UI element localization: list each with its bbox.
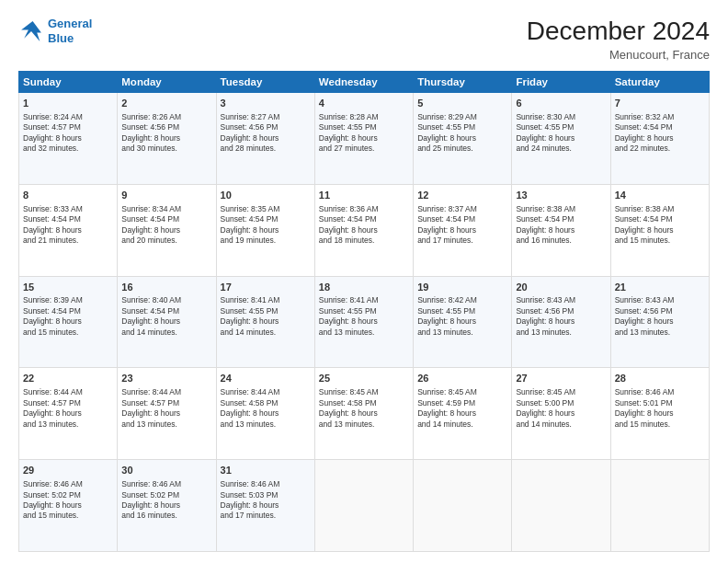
day-number: 13 bbox=[516, 189, 606, 202]
day-info-line: Sunset: 4:58 PM bbox=[221, 398, 311, 408]
day-number: 29 bbox=[23, 464, 113, 477]
day-info-line: Sunrise: 8:44 AM bbox=[221, 387, 311, 397]
day-info-line: Daylight: 8 hours bbox=[319, 225, 409, 236]
day-info-line: Sunrise: 8:34 AM bbox=[121, 204, 211, 214]
day-info-line: and 13 minutes. bbox=[23, 419, 113, 430]
day-info-line: and 27 minutes. bbox=[319, 144, 409, 154]
day-info-line: Sunset: 4:54 PM bbox=[121, 214, 211, 224]
day-info-line: Sunset: 4:54 PM bbox=[615, 122, 705, 132]
day-info-line: Daylight: 8 hours bbox=[121, 225, 211, 236]
svg-marker-0 bbox=[21, 21, 41, 41]
day-info-line: Daylight: 8 hours bbox=[417, 133, 507, 144]
day-info-line: Sunrise: 8:46 AM bbox=[221, 479, 311, 489]
day-number: 26 bbox=[417, 372, 507, 385]
day-info-line: and 30 minutes. bbox=[121, 144, 211, 154]
day-cell: 20Sunrise: 8:43 AMSunset: 4:56 PMDayligh… bbox=[512, 276, 610, 368]
day-info-line: and 16 minutes. bbox=[516, 236, 606, 246]
day-cell: 21Sunrise: 8:43 AMSunset: 4:56 PMDayligh… bbox=[610, 276, 709, 368]
day-info-line: Sunset: 4:59 PM bbox=[417, 398, 507, 408]
day-number: 31 bbox=[221, 464, 311, 477]
logo: General Blue bbox=[18, 17, 92, 45]
day-info-line: Sunset: 4:55 PM bbox=[417, 122, 507, 132]
day-number: 7 bbox=[615, 97, 705, 110]
day-cell: 11Sunrise: 8:36 AMSunset: 4:54 PMDayligh… bbox=[314, 184, 413, 276]
day-cell: 3Sunrise: 8:27 AMSunset: 4:56 PMDaylight… bbox=[216, 93, 314, 185]
day-cell: 9Sunrise: 8:34 AMSunset: 4:54 PMDaylight… bbox=[118, 184, 216, 276]
day-info-line: Daylight: 8 hours bbox=[121, 133, 211, 144]
day-info-line: and 21 minutes. bbox=[23, 236, 113, 246]
day-info-line: Sunrise: 8:27 AM bbox=[221, 112, 311, 122]
day-info-line: Daylight: 8 hours bbox=[23, 500, 113, 511]
day-info-line: and 14 minutes. bbox=[121, 327, 211, 338]
day-info-line: Daylight: 8 hours bbox=[516, 408, 606, 419]
day-info-line: and 15 minutes. bbox=[23, 327, 113, 338]
day-info-line: and 25 minutes. bbox=[417, 144, 507, 154]
day-cell: 24Sunrise: 8:44 AMSunset: 4:58 PMDayligh… bbox=[216, 368, 314, 460]
day-info-line: Sunset: 4:54 PM bbox=[615, 214, 705, 224]
day-cell: 7Sunrise: 8:32 AMSunset: 4:54 PMDaylight… bbox=[610, 93, 709, 185]
day-info-line: and 28 minutes. bbox=[221, 144, 311, 154]
day-info-line: and 18 minutes. bbox=[319, 236, 409, 246]
day-number: 14 bbox=[615, 189, 705, 202]
day-info-line: Daylight: 8 hours bbox=[319, 408, 409, 419]
day-cell: 26Sunrise: 8:45 AMSunset: 4:59 PMDayligh… bbox=[414, 368, 512, 460]
day-info-line: Sunrise: 8:28 AM bbox=[319, 112, 409, 122]
day-number: 21 bbox=[615, 281, 705, 294]
day-info-line: Daylight: 8 hours bbox=[221, 225, 311, 236]
day-info-line: Sunrise: 8:41 AM bbox=[221, 295, 311, 305]
day-info-line: Sunset: 4:57 PM bbox=[121, 398, 211, 408]
day-cell: 31Sunrise: 8:46 AMSunset: 5:03 PMDayligh… bbox=[216, 460, 314, 552]
day-number: 10 bbox=[221, 189, 311, 202]
day-info-line: and 13 minutes. bbox=[516, 327, 606, 338]
day-info-line: Sunrise: 8:43 AM bbox=[516, 295, 606, 305]
day-cell: 14Sunrise: 8:38 AMSunset: 4:54 PMDayligh… bbox=[610, 184, 709, 276]
day-number: 3 bbox=[221, 97, 311, 110]
day-info-line: Sunset: 5:01 PM bbox=[615, 398, 705, 408]
day-info-line: Sunrise: 8:45 AM bbox=[319, 387, 409, 397]
day-info-line: Daylight: 8 hours bbox=[121, 316, 211, 327]
day-info-line: Sunset: 4:54 PM bbox=[23, 214, 113, 224]
day-cell bbox=[414, 460, 512, 552]
calendar-body: 1Sunrise: 8:24 AMSunset: 4:57 PMDaylight… bbox=[19, 93, 710, 552]
month-title: December 2024 bbox=[527, 17, 710, 46]
day-cell bbox=[610, 460, 709, 552]
logo-icon bbox=[18, 18, 44, 44]
day-number: 23 bbox=[121, 372, 211, 385]
day-info-line: Daylight: 8 hours bbox=[417, 408, 507, 419]
day-info-line: Sunrise: 8:40 AM bbox=[121, 295, 211, 305]
day-info-line: Sunset: 4:55 PM bbox=[221, 306, 311, 316]
day-info-line: and 32 minutes. bbox=[23, 144, 113, 154]
week-row-4: 22Sunrise: 8:44 AMSunset: 4:57 PMDayligh… bbox=[19, 368, 710, 460]
day-number: 5 bbox=[417, 97, 507, 110]
day-cell: 27Sunrise: 8:45 AMSunset: 5:00 PMDayligh… bbox=[512, 368, 610, 460]
day-info-line: Sunrise: 8:46 AM bbox=[23, 479, 113, 489]
calendar-table: SundayMondayTuesdayWednesdayThursdayFrid… bbox=[18, 71, 710, 552]
day-cell: 29Sunrise: 8:46 AMSunset: 5:02 PMDayligh… bbox=[19, 460, 118, 552]
week-row-1: 1Sunrise: 8:24 AMSunset: 4:57 PMDaylight… bbox=[19, 93, 710, 185]
day-info-line: Daylight: 8 hours bbox=[516, 316, 606, 327]
day-info-line: Sunrise: 8:44 AM bbox=[23, 387, 113, 397]
day-cell: 19Sunrise: 8:42 AMSunset: 4:55 PMDayligh… bbox=[414, 276, 512, 368]
day-cell: 5Sunrise: 8:29 AMSunset: 4:55 PMDaylight… bbox=[414, 93, 512, 185]
day-info-line: Daylight: 8 hours bbox=[221, 316, 311, 327]
title-block: December 2024 Menucourt, France bbox=[527, 17, 710, 62]
day-info-line: Sunrise: 8:35 AM bbox=[221, 204, 311, 214]
day-cell: 1Sunrise: 8:24 AMSunset: 4:57 PMDaylight… bbox=[19, 93, 118, 185]
day-cell: 30Sunrise: 8:46 AMSunset: 5:02 PMDayligh… bbox=[118, 460, 216, 552]
header-cell-tuesday: Tuesday bbox=[216, 72, 314, 93]
day-info-line: Daylight: 8 hours bbox=[516, 133, 606, 144]
day-info-line: Sunset: 5:03 PM bbox=[221, 490, 311, 500]
day-info-line: Sunset: 4:55 PM bbox=[516, 122, 606, 132]
day-info-line: and 17 minutes. bbox=[417, 236, 507, 246]
day-info-line: and 15 minutes. bbox=[615, 419, 705, 430]
day-number: 22 bbox=[23, 372, 113, 385]
day-info-line: Sunset: 4:57 PM bbox=[23, 398, 113, 408]
day-info-line: Sunset: 4:54 PM bbox=[319, 214, 409, 224]
day-info-line: Sunrise: 8:26 AM bbox=[121, 112, 211, 122]
day-info-line: Sunrise: 8:46 AM bbox=[121, 479, 211, 489]
day-info-line: Daylight: 8 hours bbox=[516, 225, 606, 236]
day-number: 27 bbox=[516, 372, 606, 385]
day-number: 16 bbox=[121, 281, 211, 294]
day-info-line: Sunrise: 8:39 AM bbox=[23, 295, 113, 305]
day-info-line: Sunset: 4:56 PM bbox=[221, 122, 311, 132]
